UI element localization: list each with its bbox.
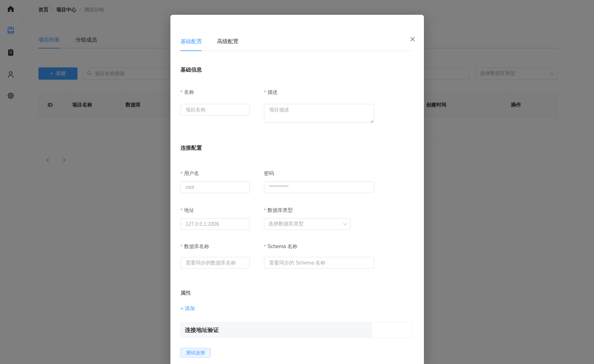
test-connection-button[interactable]: 测试连接: [180, 348, 211, 357]
required-mark: *: [180, 171, 182, 177]
schema-name-label-text: Schema 名称: [267, 243, 297, 250]
label-row-3: * 地址 * 数据库类型: [180, 207, 412, 214]
username-label: * 用户名: [180, 170, 250, 177]
connection-verify-result-cell: [372, 322, 412, 338]
description-textarea[interactable]: [264, 104, 374, 123]
required-mark: *: [264, 244, 266, 250]
required-mark: *: [264, 90, 266, 95]
close-icon[interactable]: ✕: [409, 36, 416, 43]
db-name-label-text: 数据库名称: [184, 243, 209, 250]
field-row-1: [180, 104, 412, 124]
db-type-select-placeholder: 选择数据库类型: [268, 221, 304, 227]
dialog-tabs: 基础配置 高级配置: [180, 38, 412, 51]
db-type-label-text: 数据库类型: [267, 207, 293, 214]
section-attributes: 属性: [180, 289, 412, 297]
db-name-input[interactable]: [180, 257, 250, 269]
description-label-text: 描述: [267, 89, 277, 96]
label-row-1: * 名称 * 描述: [180, 89, 412, 96]
password-label: 密码: [264, 170, 374, 177]
db-type-select[interactable]: 选择数据库类型: [264, 218, 350, 230]
screen: 首页 / 项目中心 / 测试分组 项目列表 分组成员 + 新建: [0, 0, 594, 364]
add-attribute-link[interactable]: + 添加: [180, 305, 195, 312]
password-label-text: 密码: [264, 170, 274, 177]
schema-name-input[interactable]: [264, 257, 374, 269]
field-row-3: 选择数据库类型: [180, 218, 412, 230]
username-label-text: 用户名: [184, 170, 199, 177]
password-input[interactable]: [264, 181, 374, 193]
tab-basic-config[interactable]: 基础配置: [180, 38, 202, 51]
required-mark: *: [180, 90, 182, 95]
field-row-2: [180, 181, 412, 193]
chevron-down-icon: [343, 221, 347, 225]
name-label: * 名称: [180, 89, 250, 96]
required-mark: *: [180, 208, 182, 213]
label-row-2: * 用户名 密码: [180, 170, 412, 177]
name-label-text: 名称: [184, 89, 194, 96]
section-connection: 连接配置: [180, 144, 412, 151]
field-row-4: [180, 257, 412, 269]
schema-name-label: * Schema 名称: [264, 243, 374, 250]
address-label: * 地址: [180, 207, 250, 214]
tab-advanced-config[interactable]: 高级配置: [217, 38, 238, 51]
label-row-4: * 数据库名称 * Schema 名称: [180, 243, 412, 250]
section-basic-info: 基础信息: [180, 66, 412, 73]
name-input[interactable]: [180, 104, 250, 116]
address-input[interactable]: [180, 218, 250, 230]
required-mark: *: [180, 244, 182, 250]
required-mark: *: [264, 208, 266, 213]
username-input[interactable]: [180, 181, 250, 193]
project-config-dialog: ✕ 基础配置 高级配置 基础信息 * 名称 * 描述 连接配置: [170, 15, 424, 364]
db-type-label: * 数据库类型: [264, 207, 374, 214]
connection-verify-header: 连接地址验证: [181, 322, 372, 338]
address-label-text: 地址: [184, 207, 194, 214]
description-label: * 描述: [264, 89, 374, 96]
db-name-label: * 数据库名称: [180, 243, 250, 250]
connection-verify-table: 连接地址验证: [180, 322, 412, 338]
